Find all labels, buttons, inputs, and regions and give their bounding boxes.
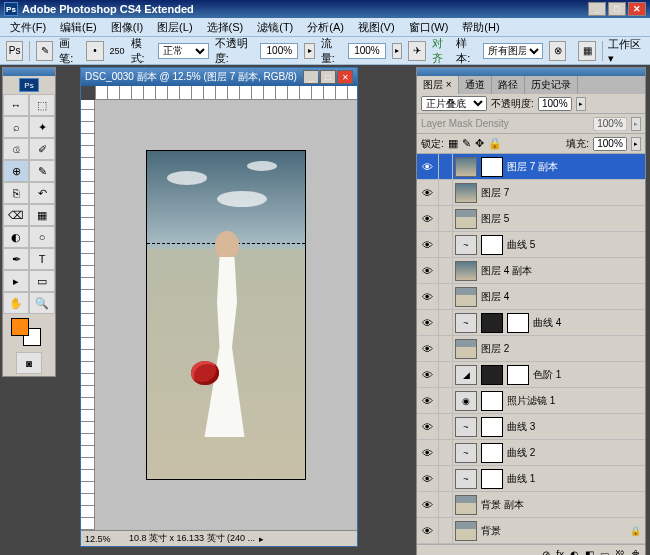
layer-mask-thumbnail[interactable] <box>481 365 503 385</box>
layer-row[interactable]: 👁背景 副本 <box>417 492 645 518</box>
visibility-icon[interactable]: 👁 <box>417 440 439 466</box>
layer-name[interactable]: 曲线 1 <box>505 472 645 486</box>
rectangle-tool[interactable]: ▭ <box>29 270 55 292</box>
layer-name[interactable]: 照片滤镜 1 <box>505 394 645 408</box>
visibility-icon[interactable]: 👁 <box>417 258 439 284</box>
visibility-icon[interactable]: 👁 <box>417 180 439 206</box>
layer-row[interactable]: 👁图层 4 副本 <box>417 258 645 284</box>
layer-thumbnail[interactable]: ~ <box>455 443 477 463</box>
panel-header[interactable] <box>417 68 645 76</box>
panel-tab-2[interactable]: 路径 <box>492 76 525 94</box>
zoom-level[interactable]: 12.5% <box>85 534 125 544</box>
doc-maximize-button[interactable]: □ <box>320 70 336 84</box>
menu-l[interactable]: 图层(L) <box>151 18 198 37</box>
panel-footer-icon-4[interactable]: ▭ <box>600 549 609 555</box>
menu-v[interactable]: 视图(V) <box>352 18 401 37</box>
link-cell[interactable] <box>439 284 453 310</box>
panel-tab-3[interactable]: 历史记录 <box>525 76 578 94</box>
tool-preset-icon[interactable]: ✎ <box>36 41 53 61</box>
layer-thumbnail[interactable]: ◢ <box>455 365 477 385</box>
menu-e[interactable]: 编辑(E) <box>54 18 103 37</box>
fill-input[interactable] <box>593 137 627 151</box>
visibility-icon[interactable]: 👁 <box>417 466 439 492</box>
gradient-tool[interactable]: ▦ <box>29 204 55 226</box>
layer-mask-thumbnail[interactable] <box>481 417 503 437</box>
fill-arrow[interactable]: ▸ <box>631 137 641 151</box>
visibility-icon[interactable]: 👁 <box>417 206 439 232</box>
layer-name[interactable]: 曲线 4 <box>531 316 645 330</box>
link-cell[interactable] <box>439 414 453 440</box>
color-swatches[interactable] <box>3 314 55 350</box>
ruler-horizontal[interactable] <box>95 86 357 100</box>
layer-mask-thumbnail[interactable] <box>481 443 503 463</box>
layer-thumbnail[interactable] <box>455 183 477 203</box>
layer-row[interactable]: 👁图层 4 <box>417 284 645 310</box>
doc-minimize-button[interactable]: _ <box>303 70 319 84</box>
dodge-tool[interactable]: ○ <box>29 226 55 248</box>
visibility-icon[interactable]: 👁 <box>417 388 439 414</box>
layer-thumbnail[interactable] <box>455 261 477 281</box>
layer-opacity-input[interactable] <box>538 97 572 111</box>
opacity-arrow[interactable]: ▸ <box>304 43 314 59</box>
airbrush-icon[interactable]: ✈ <box>408 41 425 61</box>
visibility-icon[interactable]: 👁 <box>417 492 439 518</box>
pen-tool[interactable]: ✒ <box>3 248 29 270</box>
panel-tab-1[interactable]: 通道 <box>459 76 492 94</box>
ignore-adj-icon[interactable]: ⊗ <box>549 41 566 61</box>
opacity-input[interactable] <box>260 43 298 59</box>
crop-tool[interactable]: ⟃ <box>3 138 29 160</box>
visibility-icon[interactable]: 👁 <box>417 284 439 310</box>
menu-i[interactable]: 图像(I) <box>105 18 149 37</box>
panel-footer-icon-5[interactable]: ⛓ <box>615 549 625 555</box>
layer-name[interactable]: 曲线 5 <box>505 238 645 252</box>
link-cell[interactable] <box>439 258 453 284</box>
layer-thumbnail[interactable] <box>455 209 477 229</box>
layer-name[interactable]: 背景 副本 <box>479 498 645 512</box>
layer-name[interactable]: 曲线 3 <box>505 420 645 434</box>
layer-row[interactable]: 👁背景🔒 <box>417 518 645 544</box>
statusbar-arrow-icon[interactable]: ▸ <box>259 534 264 544</box>
panel-tab-0[interactable]: 图层 × <box>417 76 459 94</box>
layer-name[interactable]: 背景 <box>479 524 630 538</box>
eraser-tool[interactable]: ⌫ <box>3 204 29 226</box>
layer-thumbnail[interactable] <box>455 521 477 541</box>
layer-mask-thumbnail[interactable] <box>481 235 503 255</box>
layer-thumbnail[interactable] <box>455 157 477 177</box>
layer-thumbnail[interactable]: ~ <box>455 235 477 255</box>
layer-mask-thumbnail[interactable] <box>481 313 503 333</box>
link-cell[interactable] <box>439 362 453 388</box>
layer-name[interactable]: 图层 7 <box>479 186 645 200</box>
layer-thumbnail[interactable] <box>455 495 477 515</box>
visibility-icon[interactable]: 👁 <box>417 362 439 388</box>
layer-row[interactable]: 👁图层 2 <box>417 336 645 362</box>
layer-row[interactable]: 👁◢色阶 1 <box>417 362 645 388</box>
menu-w[interactable]: 窗口(W) <box>403 18 455 37</box>
close-button[interactable]: ✕ <box>628 2 646 16</box>
layer-thumbnail[interactable]: ~ <box>455 313 477 333</box>
flow-input[interactable] <box>348 43 386 59</box>
menu-h[interactable]: 帮助(H) <box>456 18 505 37</box>
link-cell[interactable] <box>439 492 453 518</box>
ruler-vertical[interactable] <box>81 100 95 530</box>
layer-thumbnail[interactable]: ◉ <box>455 391 477 411</box>
layer-row[interactable]: 👁~曲线 2 <box>417 440 645 466</box>
layer-name[interactable]: 曲线 2 <box>505 446 645 460</box>
maximize-button[interactable]: □ <box>608 2 626 16</box>
link-cell[interactable] <box>439 440 453 466</box>
lock-all-icon[interactable]: 🔒 <box>488 137 502 150</box>
layer-row[interactable]: 👁图层 7 <box>417 180 645 206</box>
rect-marquee-tool[interactable]: ⬚ <box>29 94 55 116</box>
link-cell[interactable] <box>439 154 453 180</box>
type-tool[interactable]: T <box>29 248 55 270</box>
fg-color-swatch[interactable] <box>11 318 29 336</box>
brush-tool[interactable]: ✎ <box>29 160 55 182</box>
quick-mask-button[interactable]: ◙ <box>16 352 42 374</box>
path-select-tool[interactable]: ▸ <box>3 270 29 292</box>
brush-preview[interactable]: • <box>86 41 103 61</box>
layer-row[interactable]: 👁~曲线 4 <box>417 310 645 336</box>
panel-footer-icon-6[interactable]: 🗑 <box>631 549 641 555</box>
link-cell[interactable] <box>439 206 453 232</box>
lock-pixels-icon[interactable]: ✎ <box>462 137 471 150</box>
panel-footer-icon-3[interactable]: ◧ <box>585 549 594 555</box>
visibility-icon[interactable]: 👁 <box>417 336 439 362</box>
